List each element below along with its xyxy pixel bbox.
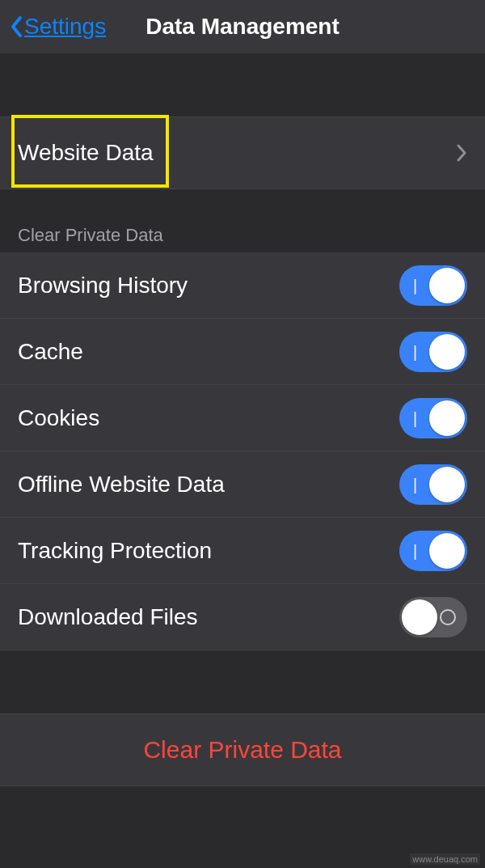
spacer xyxy=(0,53,485,116)
toggle-row: Offline Website Data xyxy=(0,451,485,518)
toggle-label: Browsing History xyxy=(18,273,188,299)
nav-header: Settings Data Management xyxy=(0,0,485,53)
page-title: Data Management xyxy=(146,14,340,40)
spacer xyxy=(0,650,485,713)
chevron-left-icon xyxy=(10,15,23,38)
toggle-switch[interactable] xyxy=(399,464,467,505)
toggle-row: Cookies xyxy=(0,385,485,451)
toggle-row: Cache xyxy=(0,319,485,385)
section-header-clear: Clear Private Data xyxy=(0,220,485,252)
toggle-knob xyxy=(429,268,465,303)
chevron-right-icon xyxy=(456,143,467,163)
toggle-label: Offline Website Data xyxy=(18,472,225,498)
toggle-knob xyxy=(429,533,465,569)
spacer xyxy=(0,189,485,220)
clear-private-data-button[interactable]: Clear Private Data xyxy=(0,713,485,786)
toggle-knob xyxy=(402,599,437,635)
website-data-row[interactable]: Website Data xyxy=(0,116,485,189)
toggle-switch[interactable] xyxy=(399,398,467,438)
toggle-label: Cache xyxy=(18,339,83,365)
toggle-knob xyxy=(429,400,465,436)
toggle-row: Browsing History xyxy=(0,252,485,319)
toggle-knob xyxy=(429,467,465,502)
toggle-knob xyxy=(429,334,465,370)
watermark: www.deuaq.com xyxy=(410,853,480,865)
back-button[interactable]: Settings xyxy=(10,14,106,40)
toggle-row: Tracking Protection xyxy=(0,518,485,584)
clear-private-data-list: Browsing HistoryCacheCookiesOffline Webs… xyxy=(0,252,485,650)
toggle-row: Downloaded Files xyxy=(0,584,485,650)
website-data-label: Website Data xyxy=(18,140,154,166)
toggle-switch[interactable] xyxy=(399,332,467,372)
toggle-switch[interactable] xyxy=(399,265,467,306)
toggle-label: Cookies xyxy=(18,405,99,431)
toggle-switch[interactable] xyxy=(399,597,467,637)
back-label: Settings xyxy=(24,14,106,40)
clear-button-label: Clear Private Data xyxy=(143,736,341,764)
toggle-switch[interactable] xyxy=(399,531,467,571)
toggle-label: Tracking Protection xyxy=(18,538,212,564)
toggle-label: Downloaded Files xyxy=(18,604,198,630)
